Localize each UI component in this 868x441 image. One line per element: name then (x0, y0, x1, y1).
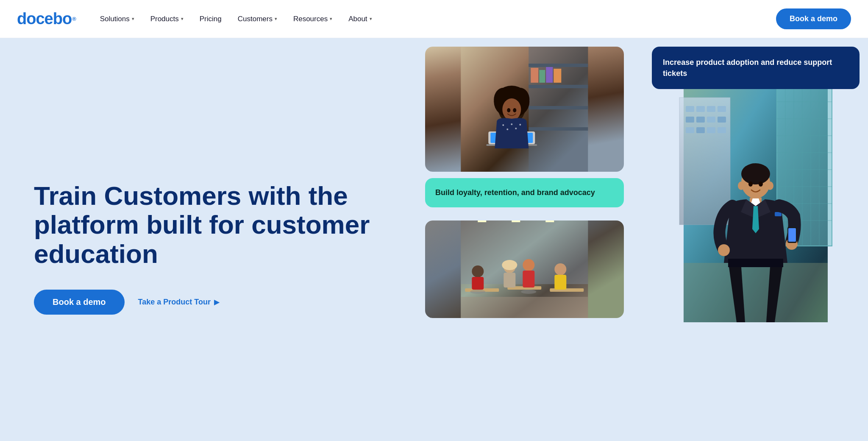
nav-book-demo-button[interactable]: Book a demo (776, 8, 851, 29)
hero-card-teal: Build loyalty, retention, and brand advo… (425, 178, 624, 207)
svg-point-24 (519, 124, 521, 126)
svg-rect-51 (718, 106, 726, 112)
svg-rect-56 (686, 127, 694, 133)
svg-rect-49 (696, 106, 705, 112)
svg-rect-38 (504, 273, 515, 287)
nav-item-customers[interactable]: Customers ▾ (231, 11, 284, 27)
hero-left: Train Customers with the platform built … (0, 38, 417, 441)
svg-point-18 (507, 108, 510, 112)
hero-book-demo-button[interactable]: Book a demo (34, 290, 125, 315)
nav-label-pricing: Pricing (200, 15, 222, 23)
hero-section: Train Customers with the platform built … (0, 38, 868, 441)
svg-rect-50 (707, 106, 715, 112)
svg-point-80 (741, 163, 770, 184)
man-illustration (652, 85, 860, 322)
svg-rect-29 (545, 220, 554, 222)
svg-rect-52 (686, 117, 694, 123)
nav-item-about[interactable]: About ▾ (342, 11, 378, 27)
nav-label-resources: Resources (293, 15, 328, 23)
svg-point-22 (511, 123, 512, 125)
svg-point-37 (502, 260, 517, 270)
nav-label-about: About (348, 15, 367, 23)
blue-card-text: Increase product adoption and reduce sup… (663, 57, 849, 79)
svg-rect-4 (529, 106, 588, 109)
hero-image-man (652, 85, 860, 322)
hero-card-blue: Increase product adoption and reduce sup… (652, 47, 860, 89)
svg-rect-5 (529, 127, 588, 131)
svg-point-39 (523, 259, 534, 271)
chevron-down-icon: ▾ (275, 16, 277, 22)
svg-point-19 (513, 108, 516, 112)
svg-point-41 (554, 263, 566, 275)
svg-rect-40 (523, 271, 534, 287)
svg-point-82 (759, 181, 763, 187)
office-illustration (425, 220, 624, 318)
nav-label-products: Products (150, 15, 179, 23)
svg-rect-54 (707, 117, 715, 123)
teal-card-text: Build loyalty, retention, and brand advo… (435, 187, 614, 198)
nav-item-products[interactable]: Products ▾ (144, 11, 190, 27)
nav-links: Solutions ▾ Products ▾ Pricing Customers… (93, 11, 776, 27)
svg-rect-30 (461, 297, 588, 318)
svg-rect-35 (472, 277, 484, 290)
svg-rect-2 (529, 64, 588, 67)
svg-rect-9 (554, 69, 561, 83)
svg-point-23 (515, 128, 517, 129)
svg-rect-7 (539, 70, 545, 83)
chevron-down-icon: ▾ (330, 16, 332, 22)
svg-rect-6 (531, 68, 538, 83)
svg-rect-91 (788, 228, 796, 242)
logo-registered: ® (72, 16, 76, 22)
svg-rect-93 (728, 259, 783, 267)
logo[interactable]: docebo® (17, 10, 76, 28)
svg-rect-3 (529, 85, 588, 88)
svg-point-81 (748, 181, 753, 187)
chevron-down-icon: ▾ (181, 16, 184, 22)
nav-label-customers: Customers (238, 15, 273, 23)
hero-image-office (425, 220, 624, 318)
svg-rect-48 (686, 106, 694, 112)
logo-text: docebo (17, 10, 72, 28)
hero-product-tour-button[interactable]: Take a Product Tour ▶ (138, 298, 219, 307)
nav-item-resources[interactable]: Resources ▾ (287, 11, 339, 27)
tour-label: Take a Product Tour (138, 298, 211, 307)
hero-buttons: Book a demo Take a Product Tour ▶ (34, 290, 391, 315)
svg-rect-59 (718, 127, 726, 133)
hero-heading: Train Customers with the platform built … (34, 181, 391, 268)
svg-point-34 (472, 265, 484, 277)
svg-point-92 (718, 244, 730, 256)
chevron-down-icon: ▾ (370, 16, 372, 22)
svg-rect-8 (546, 67, 553, 83)
svg-rect-57 (696, 127, 705, 133)
play-icon: ▶ (214, 298, 219, 306)
hero-image-woman (425, 47, 624, 172)
svg-point-20 (502, 124, 504, 126)
chevron-down-icon: ▾ (132, 16, 134, 22)
svg-rect-27 (478, 220, 486, 222)
nav-label-solutions: Solutions (100, 15, 130, 23)
svg-rect-58 (707, 127, 715, 133)
svg-point-44 (521, 290, 536, 294)
svg-point-83 (738, 181, 745, 190)
svg-rect-42 (554, 275, 566, 290)
navbar: docebo® Solutions ▾ Products ▾ Pricing C… (0, 0, 868, 38)
svg-point-43 (470, 290, 485, 294)
hero-right: Build loyalty, retention, and brand advo… (417, 38, 868, 441)
woman-illustration (425, 47, 624, 172)
svg-point-84 (767, 181, 773, 190)
svg-rect-28 (512, 220, 520, 222)
svg-point-17 (502, 98, 521, 120)
svg-rect-78 (684, 263, 828, 322)
hero-image-office-inner (425, 220, 624, 318)
svg-rect-55 (718, 117, 726, 123)
nav-item-solutions[interactable]: Solutions ▾ (93, 11, 141, 27)
svg-point-21 (506, 128, 508, 130)
svg-rect-88 (775, 212, 782, 216)
svg-rect-53 (696, 117, 705, 123)
hero-image-woman-inner (425, 47, 624, 172)
nav-item-pricing[interactable]: Pricing (193, 11, 228, 27)
